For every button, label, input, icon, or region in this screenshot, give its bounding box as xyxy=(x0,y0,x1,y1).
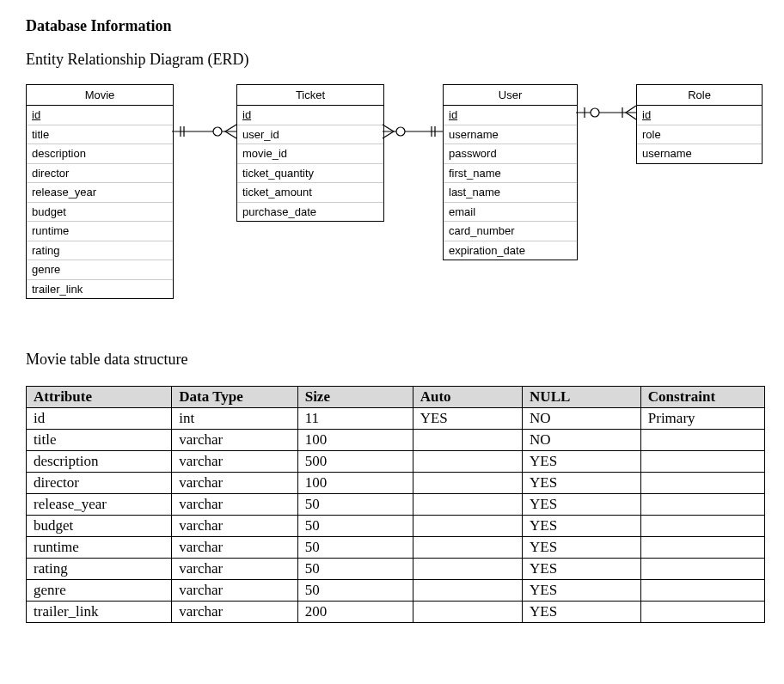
table-cell: director xyxy=(27,473,172,494)
table-row: directorvarchar100YES xyxy=(27,473,765,494)
table-cell xyxy=(413,516,522,537)
table-cell xyxy=(413,602,522,623)
table-cell xyxy=(413,451,522,473)
table-cell: YES xyxy=(523,473,641,494)
th-size: Size xyxy=(297,387,413,408)
entity-user-attr: email xyxy=(444,203,577,223)
table-cell: YES xyxy=(413,408,522,430)
th-null: NULL xyxy=(523,387,641,408)
table-row: trailer_linkvarchar200YES xyxy=(27,602,765,623)
table-row: budgetvarchar50YES xyxy=(27,516,765,537)
table-cell: 50 xyxy=(297,516,413,537)
table-cell: NO xyxy=(523,408,641,430)
table-cell: 11 xyxy=(297,408,413,430)
table-cell xyxy=(413,559,522,580)
table-cell: title xyxy=(27,430,172,451)
table-cell: YES xyxy=(523,559,641,580)
entity-ticket-attr: ticket_quantity xyxy=(237,164,383,184)
table-cell xyxy=(413,494,522,516)
table-cell: varchar xyxy=(172,516,297,537)
table-cell: YES xyxy=(523,494,641,516)
table-cell: rating xyxy=(27,559,172,580)
table-cell: varchar xyxy=(172,451,297,473)
table-cell: genre xyxy=(27,580,172,602)
th-datatype: Data Type xyxy=(172,387,297,408)
table-cell: YES xyxy=(523,602,641,623)
table-cell xyxy=(413,580,522,602)
entity-movie-attr: genre xyxy=(27,260,173,280)
table-cell xyxy=(640,451,764,473)
table-cell: varchar xyxy=(172,430,297,451)
svg-point-10 xyxy=(591,108,599,117)
table-cell: id xyxy=(27,408,172,430)
entity-movie-header: Movie xyxy=(27,85,173,106)
table-cell: varchar xyxy=(172,602,297,623)
entity-role-attr: id xyxy=(637,106,762,125)
table-cell xyxy=(640,537,764,559)
table-cell xyxy=(640,494,764,516)
entity-user: User id username password first_name las… xyxy=(443,84,578,260)
table-row: idint11YESNOPrimary xyxy=(27,408,765,430)
table-cell: trailer_link xyxy=(27,602,172,623)
th-attribute: Attribute xyxy=(27,387,172,408)
table-row: release_yearvarchar50YES xyxy=(27,494,765,516)
table-cell xyxy=(413,537,522,559)
table-cell: 50 xyxy=(297,494,413,516)
table-cell: YES xyxy=(523,537,641,559)
table-cell: YES xyxy=(523,516,641,537)
svg-point-3 xyxy=(213,127,222,136)
erd-subtitle: Entity Relationship Diagram (ERD) xyxy=(26,51,758,69)
entity-movie-attr: description xyxy=(27,144,173,164)
table-cell xyxy=(640,602,764,623)
table-cell: 50 xyxy=(297,580,413,602)
table-cell: runtime xyxy=(27,537,172,559)
table-cell xyxy=(640,580,764,602)
table-cell xyxy=(413,430,522,451)
table-row: descriptionvarchar500YES xyxy=(27,451,765,473)
entity-user-attr: first_name xyxy=(444,164,577,184)
entity-user-header: User xyxy=(444,85,577,106)
table-cell: NO xyxy=(523,430,641,451)
svg-point-5 xyxy=(396,127,405,136)
table-cell xyxy=(640,516,764,537)
table-cell xyxy=(413,473,522,494)
entity-user-attr: expiration_date xyxy=(444,241,577,260)
table-cell: Primary xyxy=(640,408,764,430)
entity-ticket-header: Ticket xyxy=(237,85,383,106)
entity-movie-attr: release_year xyxy=(27,183,173,203)
entity-role-attr: role xyxy=(637,125,762,145)
page-title: Database Information xyxy=(26,17,758,35)
entity-movie-attr: id xyxy=(27,106,173,125)
table-cell: 200 xyxy=(297,602,413,623)
entity-movie-attr: trailer_link xyxy=(27,280,173,299)
table-cell xyxy=(640,559,764,580)
table-cell: varchar xyxy=(172,537,297,559)
table-cell: int xyxy=(172,408,297,430)
table-header-row: Attribute Data Type Size Auto NULL Const… xyxy=(27,387,765,408)
entity-movie-attr: title xyxy=(27,125,173,145)
entity-ticket-attr: id xyxy=(237,106,383,125)
th-auto: Auto xyxy=(413,387,522,408)
table-cell: 100 xyxy=(297,430,413,451)
entity-ticket: Ticket id user_id movie_id ticket_quanti… xyxy=(236,84,384,222)
entity-movie: Movie id title description director rele… xyxy=(26,84,174,299)
entity-ticket-attr: purchase_date xyxy=(237,203,383,222)
table-cell xyxy=(640,473,764,494)
table-row: runtimevarchar50YES xyxy=(27,537,765,559)
entity-role: Role id role username xyxy=(636,84,763,164)
entity-user-attr: card_number xyxy=(444,222,577,241)
entity-movie-attr: rating xyxy=(27,241,173,261)
entity-user-attr: last_name xyxy=(444,183,577,203)
table-cell: YES xyxy=(523,580,641,602)
schema-table-title: Movie table data structure xyxy=(26,351,758,369)
table-cell: release_year xyxy=(27,494,172,516)
entity-ticket-attr: ticket_amount xyxy=(237,183,383,203)
table-cell: description xyxy=(27,451,172,473)
entity-role-attr: username xyxy=(637,144,762,163)
schema-table: Attribute Data Type Size Auto NULL Const… xyxy=(26,386,765,623)
table-cell: varchar xyxy=(172,580,297,602)
table-cell: varchar xyxy=(172,494,297,516)
entity-movie-attr: budget xyxy=(27,203,173,223)
entity-user-attr: password xyxy=(444,144,577,164)
entity-ticket-attr: movie_id xyxy=(237,144,383,164)
